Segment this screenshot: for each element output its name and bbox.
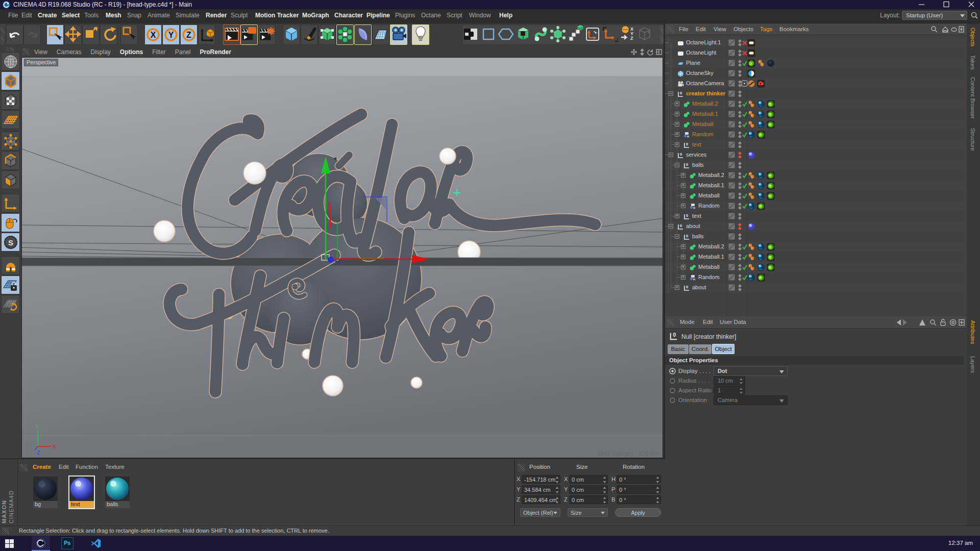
svg-text:Grid Spacing : 100 cm: Grid Spacing : 100 cm — [598, 450, 658, 457]
svg-text:0: 0 — [673, 332, 676, 338]
svg-text:0: 0 — [686, 142, 688, 146]
svg-text:Z: Z — [37, 450, 40, 456]
svg-text:0: 0 — [686, 285, 688, 289]
svg-text:Y: Y — [36, 424, 39, 430]
svg-text:X: X — [151, 31, 156, 39]
svg-text:0: 0 — [680, 152, 682, 157]
svg-text:0: 0 — [680, 91, 682, 95]
svg-text:Y: Y — [168, 31, 174, 39]
svg-text:Z: Z — [186, 31, 191, 39]
svg-text:S: S — [8, 238, 13, 247]
svg-text:X: X — [53, 444, 56, 449]
svg-text:0: 0 — [686, 162, 688, 167]
svg-text:0: 0 — [686, 213, 688, 218]
svg-text:0: 0 — [686, 234, 688, 238]
svg-text:0: 0 — [680, 223, 682, 228]
svg-text:Z: Z — [630, 36, 633, 41]
